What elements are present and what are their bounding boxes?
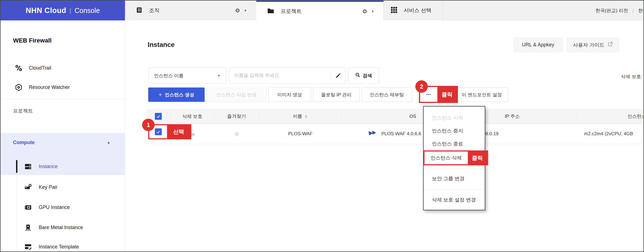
annotation-step1-badge: 1	[142, 119, 155, 131]
menu-item-stop-instance[interactable]: 인스턴스 중지	[424, 124, 485, 137]
bare-metal-instance-icon	[24, 224, 32, 231]
menu-item-start-instance: 인스턴스 시작	[424, 112, 485, 124]
annotation-menu-click-frame: 인스턴스 삭제 클릭	[423, 150, 488, 165]
url-appkey-button[interactable]: URL & Appkey	[513, 37, 563, 52]
sidebar-item-key-pair[interactable]: Key Pair	[1, 180, 125, 194]
header-cell-favorite: 즐겨찾기	[215, 109, 259, 124]
tab-project-label: 프로젝트	[281, 8, 302, 15]
sidebar-group-compute-label[interactable]: Compute	[13, 140, 35, 145]
header-cell-name[interactable]: 이름	[259, 109, 342, 124]
search-input[interactable]	[229, 68, 330, 83]
change-instance-type-button: 인스턴스 타입 변경	[207, 87, 266, 102]
sidebar-item-gpu-instance[interactable]: GPU Instance	[1, 200, 125, 214]
external-link-icon	[608, 42, 613, 48]
brand-name: NHN Cloud	[26, 6, 66, 15]
instance-icon	[24, 163, 32, 170]
endpoint-settings-label: 이 엔드포인트 설정	[462, 92, 502, 98]
row-cell-name: PLOS-WAF	[259, 124, 342, 144]
sidebar-item-instance-template[interactable]: Instance Template	[1, 240, 125, 252]
sidebar: WEB Firewall CloudTrail Resource Watcher…	[1, 20, 125, 252]
create-instance-label: 인스턴스 생성	[165, 92, 194, 98]
sidebar-item-bare-metal-instance[interactable]: Bare Metal Instance	[1, 220, 125, 235]
apps-grid-icon	[391, 7, 397, 14]
brand-logo[interactable]: NHN Cloud | Console	[1, 1, 125, 20]
key-pair-icon	[24, 184, 32, 191]
search-button[interactable]: 검색	[348, 68, 379, 84]
collapse-chevron-up-icon[interactable]: ▲	[107, 140, 110, 144]
floating-ip-button[interactable]: 플로팅 IP 관리	[313, 87, 360, 102]
sidebar-item-label: GPU Instance	[39, 205, 70, 210]
app-window: 한국(판교) 리전 | 한 NHN Cloud | Console 조직 ⚙ ▼…	[0, 0, 644, 252]
user-guide-button[interactable]: 사용자 가이드	[566, 37, 619, 52]
menu-item-change-security-group[interactable]: 보안 그룹 변경	[424, 172, 485, 185]
create-image-button[interactable]: 이미지 생성	[268, 87, 311, 102]
row-checkbox[interactable]	[155, 128, 162, 135]
tab-service-select[interactable]: 서비스 선택	[384, 1, 443, 20]
page-title: Instance	[148, 41, 174, 49]
sidebar-item-instance[interactable]: Instance	[1, 159, 125, 174]
menu-item-delete-instance[interactable]: 인스턴스 삭제	[431, 155, 462, 161]
instance-template-icon	[24, 243, 32, 251]
organization-settings-gear-icon[interactable]: ⚙	[235, 8, 240, 13]
filter-chevron-down-icon: ▼	[217, 74, 220, 77]
region-selector[interactable]: 한국(판교) 리전 | 한	[596, 1, 643, 20]
search-filter-label: 인스턴스 이름	[154, 73, 184, 79]
annotation-step2-badge: 2	[415, 80, 428, 93]
search-input-box	[229, 68, 345, 84]
sidebar-item-label: Resource Watcher	[29, 84, 70, 90]
plus-icon: +	[159, 91, 162, 98]
organization-grid-icon	[136, 7, 142, 14]
project-chevron-down-icon[interactable]: ▼	[371, 10, 374, 13]
annotation-click-label: 클릭	[437, 87, 457, 102]
reboot-instance-button[interactable]: 인스턴스 재부팅	[362, 87, 412, 102]
sort-icon[interactable]	[305, 115, 307, 118]
user-guide-label: 사용자 가이드	[573, 42, 604, 48]
menu-item-change-delete-protection[interactable]: 삭제 보호 설정 변경	[424, 193, 485, 206]
sidebar-item-label: Instance Template	[39, 244, 79, 250]
select-all-checkbox[interactable]	[155, 113, 162, 120]
os-logo-icon	[368, 130, 376, 138]
resource-watcher-icon	[14, 84, 23, 91]
create-image-label: 이미지 생성	[277, 92, 302, 98]
pencil-icon[interactable]	[331, 68, 345, 83]
project-settings-gear-icon[interactable]: ⚙	[362, 9, 367, 14]
language-label-truncated: 한	[638, 7, 643, 14]
annotation-step1-frame: 선택	[148, 124, 191, 139]
organization-chevron-down-icon[interactable]: ▼	[244, 9, 247, 12]
sidebar-item-label: CloudTrail	[29, 65, 51, 71]
search-icon	[355, 73, 360, 79]
change-instance-type-label: 인스턴스 타입 변경	[216, 92, 256, 98]
os-name-label: PLOS WAF 4.0.6.6	[381, 131, 421, 137]
menu-item-shutdown-instance[interactable]: 인스턴스 종료	[424, 137, 485, 150]
sidebar-item-label: Bare Metal Instance	[39, 225, 83, 230]
search-button-label: 검색	[363, 73, 372, 79]
url-appkey-label: URL & Appkey	[522, 42, 554, 48]
floating-ip-label: 플로팅 IP 관리	[321, 92, 351, 98]
menu-divider	[424, 169, 485, 169]
table-row[interactable]: ★ PLOS-WAF PLOS WAF 4.0.6.6 68.0.19 m2.c…	[147, 124, 644, 144]
gpu-instance-icon	[24, 204, 32, 211]
sidebar-section-project: 프로젝트	[13, 108, 33, 114]
row-cell-instance-type: m2.c2m4 (2vCPU, 4GB	[577, 124, 644, 144]
annotation-select-label: 선택	[167, 125, 190, 138]
sidebar-item-label: Instance	[39, 164, 58, 169]
favorite-star-icon[interactable]: ★	[233, 130, 240, 138]
delete-protection-filter-label: 삭제 보호:	[621, 73, 642, 80]
header-name-label: 이름	[293, 113, 302, 120]
region-divider: |	[633, 8, 634, 13]
search-filter-dropdown[interactable]: 인스턴스 이름 ▼	[148, 68, 226, 84]
endpoint-settings-button[interactable]: 이 엔드포인트 설정	[451, 87, 508, 102]
cloudtrail-icon	[14, 64, 23, 72]
sidebar-item-resource-watcher[interactable]: Resource Watcher	[1, 80, 125, 94]
sidebar-item-cloudtrail[interactable]: CloudTrail	[1, 61, 125, 75]
create-instance-button[interactable]: + 인스턴스 생성	[148, 87, 205, 102]
tab-organization[interactable]: 조직 ⚙ ▼	[125, 1, 256, 20]
sidebar-divider	[1, 99, 125, 99]
row-cell-favorite: ★	[215, 124, 259, 144]
tab-project[interactable]: 프로젝트 ⚙ ▼	[256, 1, 384, 21]
header-cell-delete-protection: 삭제 보호	[170, 109, 215, 124]
table-header: 삭제 보호 즐겨찾기 이름 OS IP 주소 인스턴스 타입	[147, 109, 644, 124]
brand-product: Console	[74, 7, 100, 15]
reboot-instance-label: 인스턴스 재부팅	[370, 92, 404, 98]
logo-divider: |	[70, 7, 71, 14]
